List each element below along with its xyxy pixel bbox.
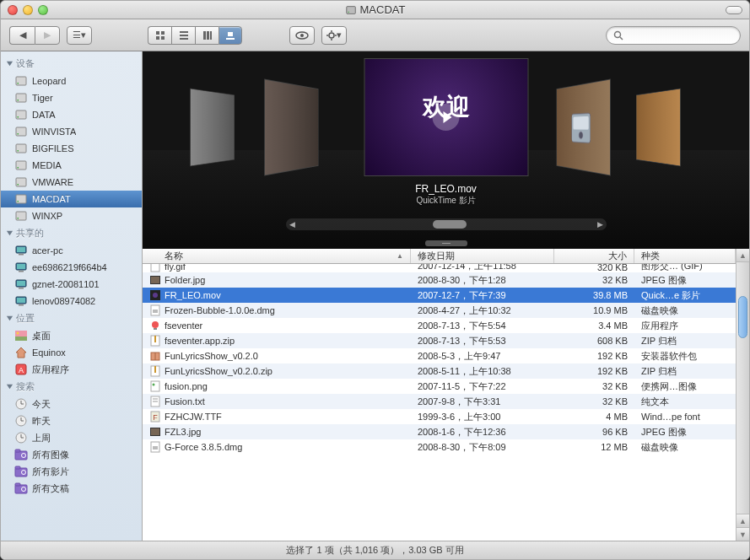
svg-rect-99	[151, 381, 159, 391]
sidebar-item[interactable]: Equinox	[1, 344, 142, 361]
play-icon[interactable]	[433, 104, 460, 131]
back-button[interactable]: ◀	[9, 26, 35, 45]
sidebar-item[interactable]: A应用程序	[1, 361, 142, 378]
sidebar-group-header[interactable]: 搜索	[1, 378, 142, 396]
file-name: fseventer	[165, 320, 202, 331]
sidebar-item[interactable]: 所有影片	[1, 463, 142, 480]
sidebar-item[interactable]: lenov08974082	[1, 293, 142, 310]
sidebar-item[interactable]: MACDAT	[1, 191, 142, 207]
header-kind[interactable]: 种类	[634, 249, 736, 263]
file-name: FR_LEO.mov	[165, 290, 221, 300]
coverflow-view-button[interactable]	[219, 26, 242, 45]
file-row[interactable]: Fusion.txt2007-9-8，下午3:3132 KB纯文本	[143, 394, 736, 409]
file-name: fusion.png	[165, 381, 208, 391]
svg-rect-73	[15, 450, 20, 452]
titlebar[interactable]: MACDAT	[1, 1, 749, 19]
file-row[interactable]: FFZHCJW.TTF1999-3-6，上午3:004 MBWind…pe fo…	[143, 409, 736, 424]
svg-rect-25	[18, 83, 19, 84]
desktop-icon	[14, 329, 28, 342]
search-field[interactable]	[606, 26, 741, 45]
scroll-left-icon[interactable]: ◀	[289, 220, 295, 229]
sidebar[interactable]: 设备LeopardTigerDATAWINVISTABIGFILESMEDIAV…	[1, 51, 143, 541]
sidebar-item[interactable]: 桌面	[1, 327, 142, 344]
coverflow-item[interactable]	[190, 89, 235, 167]
file-row[interactable]: FunLyricsShow_v0.2.02008-5-3，上午9:47192 K…	[143, 348, 736, 363]
sidebar-group-header[interactable]: 设备	[1, 55, 142, 73]
svg-marker-23	[7, 62, 13, 66]
sidebar-item[interactable]: VMWARE	[1, 174, 142, 191]
scroll-up-icon[interactable]: ▲	[737, 249, 749, 262]
file-row[interactable]: FR_LEO.mov2007-12-7，下午7:3939.8 MBQuick…e…	[143, 288, 736, 303]
file-name: Folder.jpg	[165, 275, 205, 285]
file-row[interactable]: G-Force 3.8.5.dmg2008-8-30，下午8:0912 MB磁盘…	[143, 439, 736, 455]
file-row[interactable]: fseventer2008-7-13，下午5:543.4 MB应用程序	[143, 318, 736, 333]
scroll-right-icon[interactable]: ▶	[597, 220, 603, 229]
file-kind: JPEG 图像	[634, 426, 736, 439]
svg-rect-12	[228, 32, 233, 36]
file-icon	[149, 350, 161, 362]
coverflow-center[interactable]: 欢迎	[364, 58, 528, 176]
list-view-button[interactable]	[171, 26, 195, 45]
scroll-down-icon[interactable]: ▼	[737, 527, 749, 541]
sidebar-group-header[interactable]: 位置	[1, 310, 142, 327]
file-list[interactable]: fly.gif2007-12-14，上午11:58320 KB图形交… (GIF…	[143, 264, 736, 541]
sidebar-item[interactable]: WINVISTA	[1, 123, 142, 140]
svg-rect-53	[17, 298, 25, 303]
icon-view-button[interactable]	[148, 26, 171, 45]
sidebar-item[interactable]: 上周	[1, 429, 142, 446]
close-button[interactable]	[8, 5, 18, 15]
file-row[interactable]: fusion.png2007-11-5，下午7:2232 KB便携网…图像	[143, 379, 736, 394]
file-row[interactable]: fseventer.app.zip2008-7-13，下午5:53608 KBZ…	[143, 333, 736, 348]
zoom-button[interactable]	[38, 5, 48, 15]
column-view-button[interactable]	[195, 26, 219, 45]
path-menu-button[interactable]: ☰▾	[67, 26, 92, 45]
svg-rect-41	[18, 218, 19, 219]
sidebar-item[interactable]: acer-pc	[1, 242, 142, 259]
coverflow-item[interactable]	[636, 89, 681, 167]
file-row[interactable]: Frozen-Bubble-1.0.0e.dmg2008-4-27，上午10:3…	[143, 303, 736, 318]
sidebar-item[interactable]: 所有图像	[1, 446, 142, 463]
forward-button[interactable]: ▶	[35, 26, 60, 45]
sidebar-item[interactable]: ee6986219f664b4	[1, 259, 142, 276]
action-menu-button[interactable]: ▾	[321, 26, 347, 45]
minimize-button[interactable]	[23, 5, 33, 15]
header-size[interactable]: 大小	[554, 249, 634, 263]
sidebar-item-label: VMWARE	[32, 177, 73, 187]
sidebar-item[interactable]: gznet-20081101	[1, 276, 142, 293]
file-row[interactable]: FunLyricsShow_v0.2.0.zip2008-5-11，上午10:3…	[143, 363, 736, 379]
hdd-icon	[14, 209, 28, 223]
sidebar-item[interactable]: WINXP	[1, 207, 142, 224]
header-name[interactable]: 名称▲	[143, 249, 411, 263]
vertical-scrollbar[interactable]: ▲ ▲ ▼	[736, 249, 749, 541]
sidebar-item[interactable]: 所有文稿	[1, 480, 142, 497]
split-handle[interactable]	[425, 240, 467, 246]
sidebar-item-label: 上周	[32, 432, 51, 444]
sidebar-item[interactable]: 今天	[1, 396, 142, 412]
sidebar-item[interactable]: Leopard	[1, 73, 142, 89]
header-date[interactable]: 修改日期	[411, 249, 554, 263]
file-row[interactable]: fly.gif2007-12-14，上午11:58320 KB图形交… (GIF…	[143, 264, 736, 272]
sidebar-item[interactable]: 昨天	[1, 412, 142, 429]
sidebar-item[interactable]: BIGFILES	[1, 140, 142, 157]
quicklook-button[interactable]	[289, 26, 315, 45]
scroll-thumb[interactable]	[433, 220, 467, 229]
scroll-up-icon[interactable]: ▲	[737, 514, 749, 527]
coverflow-label: FR_LEO.mov QuickTime 影片	[415, 183, 477, 207]
coverflow-scrollbar[interactable]: ◀ ▶	[286, 218, 607, 230]
sidebar-item[interactable]: DATA	[1, 106, 142, 123]
sidebar-item-label: lenov08974082	[32, 296, 95, 306]
sidebar-item[interactable]: Tiger	[1, 89, 142, 106]
coverflow-area[interactable]: 欢迎 FR_LEO.mov QuickTime 影片 ◀ ▶	[143, 51, 749, 249]
sidebar-group-header[interactable]: 共享的	[1, 224, 142, 242]
toolbar-toggle-button[interactable]	[726, 6, 742, 14]
coverflow-item[interactable]	[264, 78, 318, 175]
file-row[interactable]: FZL3.jpg2008-1-6，下午12:3696 KBJPEG 图像	[143, 424, 736, 439]
hdd-icon	[14, 175, 28, 189]
sidebar-item[interactable]: MEDIA	[1, 157, 142, 174]
scroll-thumb[interactable]	[738, 296, 747, 338]
search-input[interactable]	[627, 30, 733, 40]
file-date: 2008-1-6，下午12:36	[411, 426, 554, 439]
clock-icon	[14, 414, 28, 428]
file-row[interactable]: Folder.jpg2008-8-30，下午1:2832 KBJPEG 图像	[143, 272, 736, 288]
coverflow-item[interactable]	[557, 78, 611, 175]
